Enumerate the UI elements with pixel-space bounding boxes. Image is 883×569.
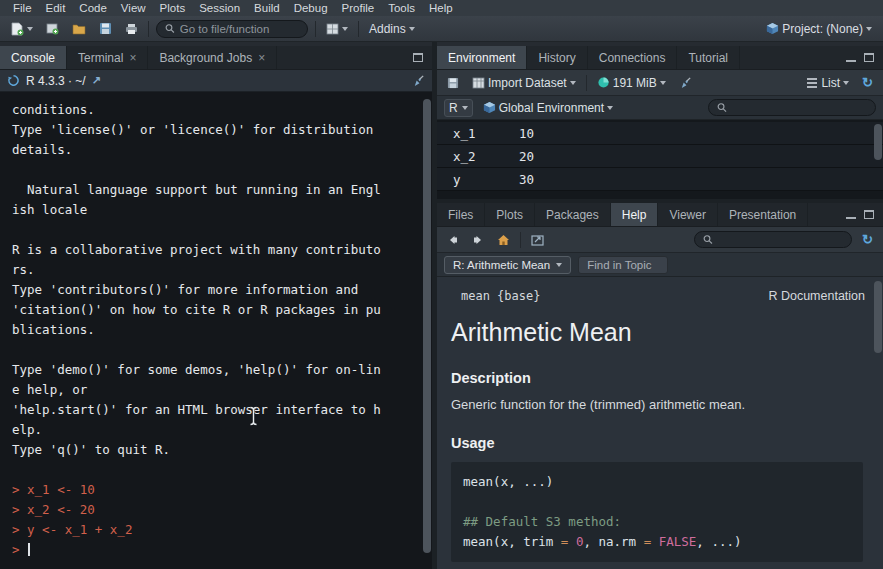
caret-down-icon	[843, 81, 849, 85]
goto-file-input[interactable]	[180, 23, 299, 35]
project-menu-button[interactable]: Project: (None)	[763, 20, 875, 38]
clear-console-broom-icon[interactable]	[412, 74, 425, 87]
environment-search-input[interactable]	[732, 102, 867, 114]
refresh-icon: ↻	[862, 233, 873, 246]
refresh-help-button[interactable]: ↻	[859, 231, 876, 248]
refresh-environment-button[interactable]: ↻	[859, 74, 876, 91]
environment-row[interactable]: x_2 20	[437, 145, 883, 168]
grid-icon	[326, 23, 339, 35]
console-lines: conditions.Type 'license()' or 'licence(…	[12, 100, 420, 560]
caret-down-icon	[607, 106, 613, 110]
environment-scrollbar[interactable]	[874, 122, 882, 197]
memory-usage-button[interactable]: 191 MiB	[594, 74, 669, 92]
console-output[interactable]: conditions.Type 'license()' or 'licence(…	[0, 92, 432, 569]
console-line	[12, 340, 420, 360]
help-tab[interactable]: Plots	[485, 203, 535, 226]
menu-item[interactable]: Session	[192, 1, 247, 15]
environment-tab[interactable]: Connections	[588, 46, 678, 69]
environment-row[interactable]: x_1 10	[437, 122, 883, 145]
search-icon	[165, 23, 175, 34]
console-line-text: rs.	[12, 262, 35, 277]
scrollbar-thumb[interactable]	[423, 99, 431, 553]
console-line: conditions.	[12, 100, 420, 120]
maximize-pane-icon[interactable]	[413, 53, 423, 62]
find-in-topic-input[interactable]	[578, 256, 668, 274]
show-in-new-window-button[interactable]	[528, 232, 547, 248]
caret-down-icon	[27, 27, 33, 31]
environment-search-box[interactable]	[708, 99, 876, 116]
new-file-button[interactable]	[8, 20, 36, 38]
console-line: blications.	[12, 320, 420, 340]
console-scrollbar[interactable]	[423, 94, 431, 567]
menu-item[interactable]: View	[114, 1, 153, 15]
console-line: rs.	[12, 260, 420, 280]
table-icon	[472, 77, 485, 89]
load-workspace-button[interactable]	[444, 75, 462, 91]
goto-file-box[interactable]	[156, 20, 308, 38]
environment-tab[interactable]: History	[527, 46, 587, 69]
project-plus-icon	[46, 22, 59, 35]
back-button[interactable]	[444, 232, 462, 248]
menu-item[interactable]: Build	[247, 1, 287, 15]
menu-item[interactable]: Tools	[381, 1, 422, 15]
clear-objects-button[interactable]	[676, 74, 695, 91]
import-dataset-button[interactable]: Import Dataset	[469, 74, 579, 92]
tab-close-icon[interactable]: ×	[129, 52, 136, 64]
caret-down-icon	[409, 27, 415, 31]
menu-item[interactable]: Help	[422, 1, 460, 15]
menu-item[interactable]: Plots	[153, 1, 193, 15]
help-scrollbar[interactable]	[874, 279, 882, 567]
help-tabbar: Files Plots Packages Help Viewer Present…	[437, 203, 883, 227]
help-topic-dropdown[interactable]: R: Arithmetic Mean	[444, 256, 571, 274]
maximize-pane-icon[interactable]	[864, 53, 874, 62]
help-tab[interactable]: Packages	[535, 203, 611, 226]
help-tab[interactable]: Presentation	[718, 203, 808, 226]
open-file-button[interactable]	[69, 21, 89, 37]
environment-scope-dropdown[interactable]: Global Environment	[480, 99, 616, 117]
console-line: Type 'q()' to quit R.	[12, 440, 420, 460]
environment-tab[interactable]: Environment	[437, 46, 527, 69]
help-tab[interactable]: Viewer	[658, 203, 717, 226]
console-tab[interactable]: Console	[0, 46, 67, 69]
tab-label: Terminal	[78, 51, 123, 65]
console-tab[interactable]: Terminal ×	[67, 46, 148, 69]
caret-down-icon	[342, 27, 348, 31]
addins-button[interactable]: Addins	[366, 20, 418, 38]
help-search-box[interactable]	[694, 231, 852, 248]
menu-bar: FileEditCodeViewPlotsSessionBuildDebugPr…	[0, 0, 883, 16]
menu-item[interactable]: Debug	[287, 1, 335, 15]
environment-row[interactable]: y 30	[437, 168, 883, 191]
open-working-dir-icon[interactable]: ↗	[92, 74, 101, 87]
menu-item[interactable]: Profile	[335, 1, 382, 15]
console-line-text: >	[12, 542, 27, 557]
console-line: 'citation()' on how to cite R or R packa…	[12, 300, 420, 320]
tab-close-icon[interactable]: ×	[258, 52, 265, 64]
new-project-button[interactable]	[43, 20, 62, 37]
help-search-input[interactable]	[718, 234, 843, 246]
help-tab[interactable]: Files	[437, 203, 485, 226]
environment-tab[interactable]: Tutorial	[677, 46, 740, 69]
menu-item[interactable]: Code	[72, 1, 114, 15]
environment-tabbar: Environment History Connections Tutorial	[437, 46, 883, 70]
console-line: 'help.start()' for an HTML browser inter…	[12, 400, 420, 420]
language-dropdown[interactable]: R	[444, 99, 473, 117]
console-line: > y <- x_1 + x_2	[12, 520, 420, 540]
home-button[interactable]	[494, 232, 513, 248]
minimize-pane-icon[interactable]	[846, 210, 856, 219]
console-line: > x_1 <- 10	[12, 480, 420, 500]
print-icon	[125, 23, 138, 35]
menu-item[interactable]: Edit	[39, 1, 73, 15]
scrollbar-thumb[interactable]	[874, 124, 882, 160]
scrollbar-thumb[interactable]	[874, 281, 882, 353]
forward-button[interactable]	[469, 232, 487, 248]
tab-label: Tutorial	[688, 51, 728, 65]
minimize-pane-icon[interactable]	[846, 53, 856, 62]
help-tab[interactable]: Help	[611, 203, 659, 226]
menu-item[interactable]: File	[6, 1, 39, 15]
console-tab[interactable]: Background Jobs ×	[148, 46, 277, 69]
save-button[interactable]	[96, 20, 115, 37]
list-view-button[interactable]: List	[803, 74, 852, 92]
maximize-pane-icon[interactable]	[864, 210, 874, 219]
print-button[interactable]	[122, 21, 141, 37]
panes-layout-button[interactable]	[323, 21, 351, 37]
